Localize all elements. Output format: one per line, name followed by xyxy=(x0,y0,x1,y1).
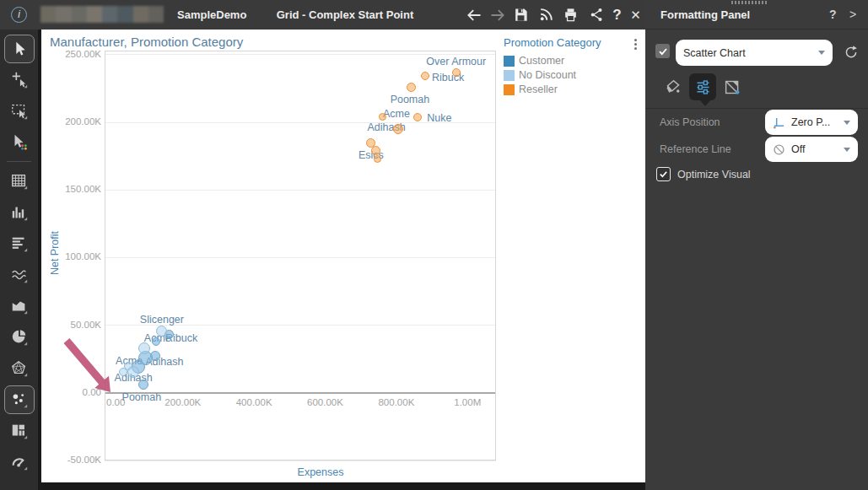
share-icon[interactable] xyxy=(586,4,607,25)
close-icon[interactable]: ✕ xyxy=(625,4,646,25)
area-chart-tool[interactable] xyxy=(4,292,35,320)
legend-item[interactable]: No Discount xyxy=(504,69,642,81)
x-axis-tick-label: 600.00K xyxy=(299,397,352,407)
x-axis-title: Expenses xyxy=(249,466,392,478)
legend-item-label: Customer xyxy=(519,55,564,67)
pie-chart-tool[interactable] xyxy=(4,323,35,352)
print-icon[interactable] xyxy=(560,4,581,25)
formatting-panel-header: Formatting Panel ? > xyxy=(645,0,868,30)
x-axis-tick-label: 400.00K xyxy=(228,397,280,407)
forward-icon[interactable] xyxy=(487,4,508,25)
formatting-panel-title: Formatting Panel xyxy=(660,0,750,30)
legend-item-label: No Discount xyxy=(519,69,576,81)
point-label: Slicenger xyxy=(140,314,184,326)
scatter-chart-tool[interactable] xyxy=(4,385,35,414)
radar-chart-tool[interactable] xyxy=(4,354,35,383)
reference-line-label: Reference Line xyxy=(660,137,731,162)
gauge-tool[interactable] xyxy=(4,448,35,477)
y-gridline xyxy=(105,460,496,461)
scatter-point-no_discount[interactable] xyxy=(138,342,150,354)
reset-formatting-button[interactable] xyxy=(841,42,861,62)
x-axis-tick-label: 200.00K xyxy=(157,397,209,407)
document-title: SampleDemo xyxy=(177,0,246,30)
legend-title: Promotion Category xyxy=(504,36,642,49)
dashboard-designer-app: i SampleDemo Grid - Complex Start Point … xyxy=(0,0,868,490)
scatter-point-no_discount[interactable] xyxy=(119,368,127,376)
add-item-tool[interactable] xyxy=(4,66,35,94)
multi-select-tool[interactable] xyxy=(4,128,35,157)
axis-position-label: Axis Position xyxy=(660,110,720,135)
bar-chart-tool[interactable] xyxy=(4,198,35,227)
chart-type-dropdown[interactable]: Scatter Chart xyxy=(676,40,833,66)
grid-item-tool[interactable] xyxy=(4,167,35,196)
data-feed-icon[interactable] xyxy=(536,4,557,25)
toolbar-divider xyxy=(7,161,31,162)
pointer-tool[interactable] xyxy=(4,35,35,63)
optimize-visual-checkbox[interactable] xyxy=(656,167,671,181)
scatter-point-reseller[interactable] xyxy=(421,72,429,80)
scatter-point-reseller[interactable] xyxy=(407,83,416,92)
y-axis-tick-label: 150.00K xyxy=(52,184,101,194)
item-enabled-checkbox[interactable] xyxy=(655,44,670,58)
panel-collapse-icon[interactable]: > xyxy=(849,0,856,30)
tab-layout-options[interactable] xyxy=(689,73,716,100)
row-chart-tool[interactable] xyxy=(4,229,35,258)
panel-help-icon[interactable]: ? xyxy=(829,0,837,30)
x-axis-zero-line xyxy=(105,392,496,394)
chart-title: Manufacturer, Promotion Category xyxy=(50,35,243,49)
axis-position-icon xyxy=(773,116,785,129)
treemap-tool[interactable] xyxy=(4,417,35,445)
point-label: Poomah xyxy=(391,94,430,105)
chevron-down-icon xyxy=(844,121,850,125)
y-axis-tick-label: 200.00K xyxy=(52,116,101,127)
save-icon[interactable] xyxy=(510,4,531,25)
legend-item[interactable]: Customer xyxy=(504,55,642,67)
legend-menu-kebab-icon[interactable] xyxy=(634,39,637,50)
top-bar: i SampleDemo Grid - Complex Start Point … xyxy=(0,0,645,30)
chart-type-value: Scatter Chart xyxy=(683,47,812,59)
x-axis-tick-label: 1.00M xyxy=(441,397,493,407)
legend-item-label: Reseller xyxy=(519,83,558,95)
point-label: Nuke xyxy=(427,112,451,124)
scatter-point-reseller[interactable] xyxy=(393,124,403,134)
chevron-down-icon xyxy=(818,51,825,55)
bottom-strip xyxy=(41,482,645,490)
optimize-visual-label: Optimize Visual xyxy=(677,168,751,182)
scatter-point-reseller[interactable] xyxy=(371,146,380,155)
info-icon[interactable]: i xyxy=(11,7,27,23)
y-axis-tick-label: 250.00K xyxy=(52,49,101,59)
scatter-point-reseller[interactable] xyxy=(452,68,461,77)
rectangle-select-tool[interactable] xyxy=(4,97,35,126)
y-axis-tick-label: -50.00K xyxy=(52,455,101,465)
tools-toolbar xyxy=(0,30,40,490)
line-chart-tool[interactable] xyxy=(4,261,35,289)
y-axis-tick-label: 0.00 xyxy=(52,387,101,397)
axis-position-dropdown[interactable]: Zero P... xyxy=(765,110,858,135)
legend: Promotion Category CustomerNo DiscountRe… xyxy=(504,36,642,98)
scatter-point-customer[interactable] xyxy=(138,380,148,390)
back-icon[interactable] xyxy=(463,4,484,25)
reference-line-dropdown[interactable]: Off xyxy=(765,137,858,162)
scatter-point-reseller[interactable] xyxy=(413,113,422,121)
dashboard-title: Grid - Complex Start Point xyxy=(251,0,439,30)
reference-line-value: Off xyxy=(791,143,838,155)
scatter-point-customer[interactable] xyxy=(152,337,160,346)
scatter-point-reseller[interactable] xyxy=(374,155,381,163)
redacted-project-name xyxy=(40,6,164,23)
legend-swatch xyxy=(504,56,515,67)
legend-swatch xyxy=(504,84,515,95)
point-label: Acme xyxy=(383,108,410,120)
scatter-point-no_discount[interactable] xyxy=(127,366,139,378)
formatting-panel-body: Scatter Chart Axis Position Zero P... xyxy=(645,30,868,489)
scatter-point-no_discount[interactable] xyxy=(156,326,167,337)
off-icon xyxy=(773,143,785,156)
tab-appearance[interactable] xyxy=(660,73,687,100)
point-label: Poomah xyxy=(122,391,162,403)
y-gridline xyxy=(105,190,496,191)
y-gridline xyxy=(105,257,496,258)
tab-conditional-formatting[interactable] xyxy=(719,73,746,100)
selected-tab-notch xyxy=(700,100,710,106)
chevron-down-icon xyxy=(844,148,850,152)
scatter-chart-item[interactable]: Manufacturer, Promotion Category -50.00K… xyxy=(41,30,645,490)
legend-item[interactable]: Reseller xyxy=(504,83,642,95)
